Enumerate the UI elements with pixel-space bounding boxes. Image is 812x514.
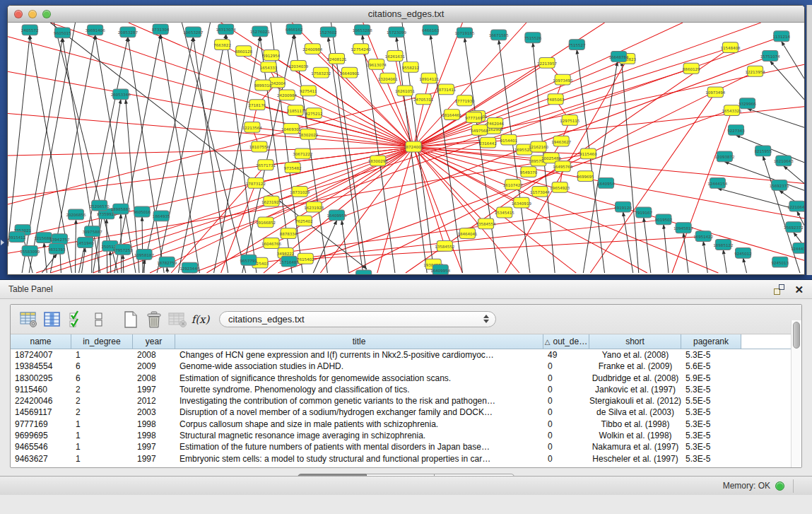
citation-edge-black[interactable] bbox=[121, 214, 122, 273]
table-cell[interactable]: 49 bbox=[543, 349, 589, 361]
graph-node[interactable]: 7919167 bbox=[635, 207, 653, 218]
network-view-canvas[interactable]: 2405572960501530691406208532878731304106… bbox=[8, 23, 804, 274]
graph-node[interactable]: 16261631 bbox=[385, 51, 405, 62]
graph-node[interactable]: 6466163 bbox=[422, 25, 440, 35]
graph-node[interactable]: 9558212 bbox=[402, 62, 420, 72]
table-cell[interactable]: 5.3E-5 bbox=[681, 384, 741, 395]
citation-edge-red[interactable] bbox=[312, 49, 413, 147]
graph-node[interactable]: 12754240 bbox=[351, 44, 372, 54]
float-panel-icon[interactable] bbox=[774, 284, 784, 295]
graph-node[interactable]: 22408121 bbox=[326, 54, 346, 64]
graph-node[interactable]: 26053346 bbox=[111, 89, 131, 100]
table-cell[interactable]: 0 bbox=[543, 373, 589, 384]
graph-node[interactable]: 18724007 bbox=[404, 141, 424, 152]
graph-node[interactable]: 12156889 bbox=[34, 233, 54, 243]
graph-node[interactable]: 15692372 bbox=[784, 222, 804, 233]
table-cell[interactable]: 0 bbox=[543, 395, 589, 407]
table-cell[interactable]: 2012 bbox=[133, 395, 175, 407]
table-cell[interactable]: 1997 bbox=[133, 384, 175, 395]
graph-node[interactable]: 9605016 bbox=[134, 206, 151, 217]
graph-node[interactable]: 11548408 bbox=[720, 42, 741, 53]
delete-trash-icon[interactable] bbox=[142, 309, 165, 330]
citation-edge-red[interactable] bbox=[50, 23, 413, 147]
citation-edge-red[interactable] bbox=[413, 23, 462, 147]
graph-node[interactable]: 2405572 bbox=[21, 25, 39, 35]
citation-edge-black[interactable] bbox=[226, 35, 257, 273]
zoom-button[interactable] bbox=[42, 10, 51, 18]
table-cell[interactable]: Hescheler et al. (1997) bbox=[589, 453, 681, 465]
table-cell[interactable]: Franke et al. (2009) bbox=[589, 361, 681, 372]
graph-node[interactable]: 1640954 bbox=[597, 178, 615, 189]
table-cell[interactable]: Corpus callosum shape and size in male p… bbox=[175, 419, 543, 430]
table-cell[interactable]: 1998 bbox=[133, 430, 175, 441]
graph-node[interactable]: 12093872 bbox=[714, 151, 734, 162]
network-window-titlebar[interactable]: citations_edges.txt bbox=[8, 6, 804, 23]
column-header-out_de[interactable]: △out_de… bbox=[543, 334, 589, 349]
table-cell[interactable]: Tourette syndrome. Phenomenology and cla… bbox=[175, 384, 543, 395]
table-cell[interactable]: 19384554 bbox=[11, 361, 71, 372]
graph-node[interactable]: 18731029 bbox=[290, 186, 310, 197]
column-header-title[interactable]: title bbox=[175, 334, 543, 349]
table-selector-dropdown[interactable]: citations_edges.txt bbox=[219, 311, 496, 327]
graph-node[interactable]: 22400984 bbox=[302, 44, 323, 54]
graph-node[interactable]: 19613074 bbox=[367, 59, 387, 69]
graph-node[interactable]: 12213957 bbox=[537, 57, 558, 68]
graph-node[interactable]: 9777169 bbox=[465, 112, 483, 123]
graph-node[interactable]: 16648784 bbox=[609, 52, 630, 62]
table-cell[interactable]: 14569117 bbox=[11, 407, 71, 418]
graph-node[interactable]: 30975887 bbox=[83, 226, 103, 237]
graph-node[interactable]: 8860128 bbox=[235, 46, 252, 57]
graph-node[interactable]: 10653288 bbox=[353, 25, 373, 35]
table-cell[interactable]: 0 bbox=[543, 361, 589, 372]
table-cell[interactable]: Dudbridge et al. (2008) bbox=[589, 373, 681, 384]
citation-edge-black[interactable] bbox=[8, 35, 30, 247]
citation-edge-black[interactable] bbox=[763, 156, 800, 273]
citation-edge-red[interactable] bbox=[413, 147, 647, 273]
graph-node[interactable]: 7615402 bbox=[297, 253, 314, 264]
graph-node[interactable]: 16495764 bbox=[553, 161, 573, 172]
graph-node[interactable]: 18731411 bbox=[436, 84, 456, 95]
graph-node[interactable]: 16261051 bbox=[395, 86, 415, 96]
graph-node[interactable]: 25206570 bbox=[90, 200, 110, 211]
graph-node[interactable]: 16543321 bbox=[722, 105, 741, 116]
function-builder-icon[interactable]: f(x) bbox=[189, 309, 212, 330]
graph-node[interactable]: 16231928 bbox=[304, 201, 324, 212]
table-cell[interactable]: Tibbo et al. (1998) bbox=[589, 419, 681, 430]
citation-edge-black[interactable] bbox=[664, 225, 669, 273]
table-cell[interactable]: Investigating the contribution of common… bbox=[175, 395, 543, 407]
table-cell[interactable]: 0 bbox=[543, 453, 589, 465]
graph-node[interactable]: 15583099 bbox=[20, 245, 40, 256]
citation-edge-red[interactable] bbox=[413, 147, 804, 260]
table-row[interactable]: 1872400712008Changes of HCN gene express… bbox=[11, 349, 801, 361]
table-row[interactable]: 969969511998Structural magnetic resonanc… bbox=[11, 430, 801, 441]
graph-node[interactable]: 6919120 bbox=[614, 201, 632, 212]
graph-node[interactable]: 7515527 bbox=[568, 40, 586, 50]
table-row[interactable]: 2242004622012Investigating the contribut… bbox=[11, 395, 801, 407]
vertical-scrollbar[interactable] bbox=[791, 320, 801, 467]
graph-node[interactable]: 8731304 bbox=[152, 24, 170, 35]
citation-edge-black[interactable] bbox=[363, 35, 395, 273]
table-cell[interactable]: Estimation of the future numbers of pati… bbox=[175, 441, 543, 452]
graph-node[interactable]: 17873122 bbox=[246, 178, 266, 189]
graph-node[interactable]: 9019502 bbox=[655, 214, 673, 225]
graph-node[interactable]: 1864935 bbox=[153, 211, 170, 221]
table-cell[interactable]: 0 bbox=[543, 384, 589, 395]
graph-node[interactable]: 18985881 bbox=[111, 204, 131, 214]
citation-edge-red[interactable] bbox=[413, 59, 628, 147]
graph-node[interactable]: 1527602 bbox=[319, 27, 337, 37]
table-cell[interactable]: 5.3E-5 bbox=[681, 407, 741, 418]
citation-edge-black[interactable] bbox=[703, 242, 707, 274]
citation-edge-black[interactable] bbox=[99, 211, 100, 273]
graph-node[interactable]: 9275411 bbox=[300, 86, 317, 96]
table-cell[interactable]: Embryonic stem cells: a model to study s… bbox=[175, 453, 543, 465]
graph-node[interactable]: 9115460 bbox=[579, 148, 597, 159]
table-cell[interactable]: Genome-wide association studies in ADHD. bbox=[175, 361, 543, 372]
graph-node[interactable]: 10945817 bbox=[673, 223, 694, 233]
graph-node[interactable]: 10653287 bbox=[183, 27, 204, 37]
table-cell[interactable]: 2 bbox=[71, 407, 133, 418]
graph-node[interactable]: 9605015 bbox=[54, 28, 71, 38]
graph-node[interactable]: 12213954 bbox=[746, 66, 766, 76]
graph-node[interactable]: 9899310 bbox=[254, 80, 272, 90]
citation-edge-red[interactable] bbox=[413, 147, 588, 154]
graph-node[interactable]: 12213564 bbox=[242, 122, 263, 132]
